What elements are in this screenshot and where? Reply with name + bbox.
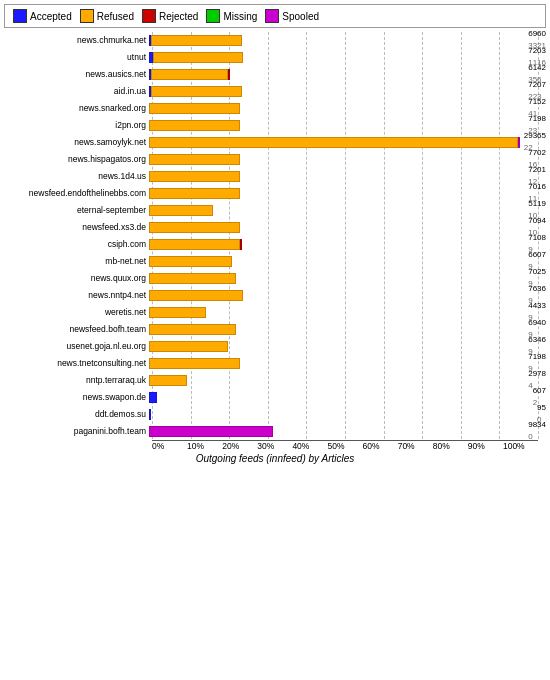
bars-container	[149, 306, 526, 318]
refused-bar	[151, 69, 228, 80]
refused-bar	[151, 86, 242, 97]
table-row: aid.in.ua7207223	[4, 83, 546, 99]
x-tick: 60%	[363, 441, 398, 451]
legend-accepted: Accepted	[13, 9, 72, 23]
x-tick: 20%	[222, 441, 257, 451]
spooled-bar	[518, 137, 520, 148]
table-row: news.ausics.net6142356	[4, 66, 546, 82]
refused-bar	[149, 341, 228, 352]
refused-icon	[80, 9, 94, 23]
bar-number: 98340	[528, 419, 546, 443]
refused-bar	[151, 35, 242, 46]
x-tick: 70%	[398, 441, 433, 451]
chart-container: Accepted Refused Rejected Missing Spoole…	[0, 4, 550, 680]
table-row: news.snarked.org715241	[4, 100, 546, 116]
legend-accepted-label: Accepted	[30, 11, 72, 22]
row-label: news.hispagatos.org	[4, 154, 149, 164]
table-row: news.1d4.us720112	[4, 168, 546, 184]
table-row: ddt.demos.su950	[4, 406, 546, 422]
bars-container	[149, 323, 526, 335]
bars-container	[149, 68, 526, 80]
row-label: usenet.goja.nl.eu.org	[4, 341, 149, 351]
row-label: paganini.bofh.team	[4, 426, 149, 436]
table-row: news.nntp4.net76369	[4, 287, 546, 303]
x-tick: 90%	[468, 441, 503, 451]
table-row: mb-net.net66079	[4, 253, 546, 269]
row-label: news.1d4.us	[4, 171, 149, 181]
row-label: news.nntp4.net	[4, 290, 149, 300]
rejected-bar	[228, 69, 230, 80]
bars-container	[149, 357, 526, 369]
row-label: news.chmurka.net	[4, 35, 149, 45]
table-row: utnut72031116	[4, 49, 546, 65]
table-row: news.hispagatos.org770216	[4, 151, 546, 167]
bars-container	[149, 204, 526, 216]
rejected-bar	[240, 239, 242, 250]
x-tick: 30%	[257, 441, 292, 451]
legend-missing: Missing	[206, 9, 257, 23]
table-row: news.quux.org70259	[4, 270, 546, 286]
row-label: news.samoylyk.net	[4, 137, 149, 147]
row-label: news.swapon.de	[4, 392, 149, 402]
legend-spooled-label: Spooled	[282, 11, 319, 22]
table-row: usenet.goja.nl.eu.org63469	[4, 338, 546, 354]
row-label: i2pn.org	[4, 120, 149, 130]
bars-container	[149, 153, 526, 165]
table-row: news.swapon.de6072	[4, 389, 546, 405]
x-tick: 40%	[292, 441, 327, 451]
bars-container	[149, 51, 526, 63]
refused-bar	[149, 188, 240, 199]
bars-container	[149, 136, 522, 148]
legend-rejected-label: Rejected	[159, 11, 198, 22]
table-row: news.tnetconsulting.net71989	[4, 355, 546, 371]
legend: Accepted Refused Rejected Missing Spoole…	[4, 4, 546, 28]
refused-bar	[149, 307, 206, 318]
bars-container	[149, 340, 526, 352]
spooled-bar	[149, 426, 273, 437]
refused-bar	[149, 290, 243, 301]
legend-refused-label: Refused	[97, 11, 134, 22]
table-row: news.samoylyk.net2936522	[4, 134, 546, 150]
accepted-icon	[13, 9, 27, 23]
table-row: news.chmurka.net69603321	[4, 32, 546, 48]
bars-container	[149, 187, 526, 199]
bars-container	[149, 408, 535, 420]
refused-bar	[149, 358, 240, 369]
x-axis-label: Outgoing feeds (innfeed) by Articles	[4, 453, 546, 464]
bars-container	[149, 391, 531, 403]
row-label: newsfeed.xs3.de	[4, 222, 149, 232]
row-label: csiph.com	[4, 239, 149, 249]
table-row: newsfeed.xs3.de709410	[4, 219, 546, 235]
refused-bar	[149, 375, 187, 386]
accepted-bar	[149, 392, 157, 403]
refused-bar	[149, 103, 240, 114]
bars-container	[149, 102, 526, 114]
bars-container	[149, 425, 526, 437]
bars-container	[149, 170, 526, 182]
table-row: newsfeed.bofh.team69409	[4, 321, 546, 337]
row-label: weretis.net	[4, 307, 149, 317]
refused-bar	[153, 52, 244, 63]
legend-spooled: Spooled	[265, 9, 319, 23]
bars-container	[149, 221, 526, 233]
row-label: news.ausics.net	[4, 69, 149, 79]
refused-bar	[149, 205, 213, 216]
table-row: weretis.net44339	[4, 304, 546, 320]
refused-bar	[149, 222, 240, 233]
x-tick: 50%	[327, 441, 362, 451]
refused-bar	[149, 273, 236, 284]
row-label: utnut	[4, 52, 149, 62]
accepted-bar	[149, 409, 151, 420]
refused-bar	[149, 154, 240, 165]
row-label: news.quux.org	[4, 273, 149, 283]
refused-bar	[149, 239, 240, 250]
refused-bar	[149, 137, 518, 148]
bars-container	[149, 34, 526, 46]
table-row: nntp.terraraq.uk29784	[4, 372, 546, 388]
table-row: paganini.bofh.team98340	[4, 423, 546, 439]
row-label: news.snarked.org	[4, 103, 149, 113]
refused-bar	[149, 256, 232, 267]
bars-container	[149, 255, 526, 267]
row-label: newsfeed.endofthelinebbs.com	[4, 188, 149, 198]
x-tick: 0%	[152, 441, 187, 451]
